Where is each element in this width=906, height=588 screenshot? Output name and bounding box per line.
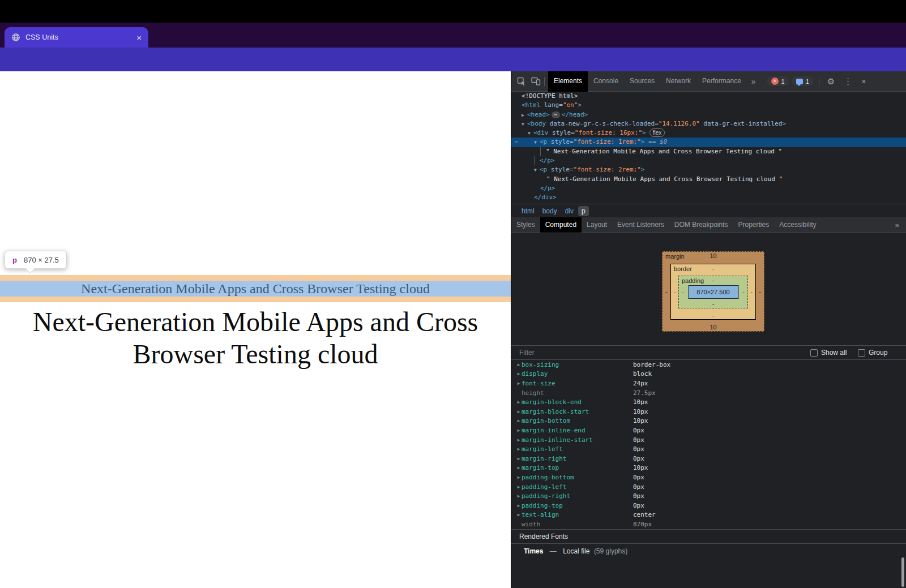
padding-top-value: - <box>679 277 747 284</box>
prop-expand-icon[interactable]: ▶ <box>516 484 522 490</box>
devtools-tab-performance[interactable]: Performance <box>696 71 747 92</box>
dom-node[interactable]: " Next-Generation Mobile Apps and Cross … <box>511 147 906 156</box>
panel-more-tabs-icon[interactable]: » <box>888 217 906 233</box>
dom-token: <div <box>533 129 549 136</box>
computed-property-row[interactable]: ▶padding-top0px <box>511 501 906 510</box>
computed-property-row[interactable]: ▶margin-bottom10px <box>511 417 906 426</box>
box-model-border[interactable]: border - - - - padding - - - - 870×27.50… <box>670 264 756 320</box>
computed-property-row[interactable]: ▶displayblock <box>511 370 906 379</box>
highlighted-paragraph[interactable]: Next-Generation Mobile Apps and Cross Br… <box>0 281 511 297</box>
device-toolbar-icon[interactable] <box>531 77 541 85</box>
prop-expand-icon[interactable]: ▶ <box>516 400 522 405</box>
computed-property-row[interactable]: ▶margin-inline-end0px <box>511 426 906 435</box>
dom-token: </p> <box>540 184 555 192</box>
inspect-element-icon[interactable] <box>517 77 526 86</box>
computed-property-row[interactable]: width870px <box>511 520 906 529</box>
property-value: 10px <box>633 408 648 415</box>
collapsed-ellipsis-button[interactable]: ⋯ <box>552 111 560 118</box>
property-value: 0px <box>633 445 644 453</box>
breadcrumb-body[interactable]: body <box>539 206 561 216</box>
dom-node[interactable]: <html lang="en"> <box>511 101 906 110</box>
border-left-value: - <box>674 289 676 295</box>
panel-tab-styles[interactable]: Styles <box>511 217 540 233</box>
devtools-close-icon[interactable]: × <box>861 77 866 86</box>
computed-property-row[interactable]: ▶margin-block-start10px <box>511 407 906 417</box>
dom-node[interactable]: <!DOCTYPE html> <box>511 92 906 101</box>
dom-node[interactable]: ▼<div style="font-size: 16px;">flex <box>511 128 906 138</box>
prop-expand-icon[interactable]: ▶ <box>516 447 522 452</box>
prop-expand-icon[interactable]: ▶ <box>516 475 522 480</box>
prop-expand-icon[interactable]: ▶ <box>516 493 522 499</box>
show-all-checkbox[interactable] <box>810 349 818 357</box>
breadcrumb-html[interactable]: html <box>518 206 538 216</box>
flex-badge[interactable]: flex <box>649 128 665 137</box>
devtools-tab-elements[interactable]: Elements <box>548 71 588 92</box>
filter-input[interactable]: Filter <box>519 346 535 359</box>
panel-tab-accessibility[interactable]: Accessibility <box>774 217 821 233</box>
prop-expand-icon[interactable]: ▶ <box>516 456 522 461</box>
breadcrumb-div[interactable]: div <box>562 206 577 216</box>
tree-twister-icon[interactable]: ▼ <box>528 129 533 138</box>
dom-node[interactable]: ▼<p style="font-size: 2rem;"> <box>511 165 906 174</box>
box-model-padding[interactable]: padding - - - - 870×27.500 <box>678 276 748 308</box>
prop-expand-icon[interactable]: ▶ <box>516 465 522 470</box>
devtools-scrollbar[interactable] <box>901 557 904 587</box>
devtools-tab-sources[interactable]: Sources <box>624 71 660 92</box>
issues-badge[interactable]: 1 <box>792 76 813 86</box>
dom-node-selected[interactable]: ⋯▼<p style="font-size: 1rem;"> == $0 <box>511 138 906 147</box>
computed-property-row[interactable]: ▶font-size24px <box>511 379 906 388</box>
prop-expand-icon[interactable]: ▶ <box>516 512 522 517</box>
more-tabs-icon[interactable]: » <box>747 77 760 86</box>
box-model-content[interactable]: 870×27.500 <box>688 285 738 299</box>
group-checkbox[interactable] <box>858 349 865 357</box>
prop-expand-icon[interactable]: ▶ <box>516 381 522 386</box>
group-label: Group <box>869 349 887 357</box>
prop-expand-icon[interactable]: ▶ <box>516 418 522 423</box>
prop-expand-icon[interactable]: ▶ <box>516 409 522 414</box>
computed-properties-list: ▶box-sizingborder-box▶displayblock▶font-… <box>511 360 906 529</box>
devtools-tab-network[interactable]: Network <box>660 71 696 92</box>
computed-property-row[interactable]: ▶margin-top10px <box>511 463 906 473</box>
box-model-margin[interactable]: margin 10 10 - - border - - - - padding … <box>662 251 764 332</box>
devtools-tab-console[interactable]: Console <box>588 71 624 92</box>
computed-property-row[interactable]: ▶margin-right0px <box>511 454 906 463</box>
computed-property-row[interactable]: ▶padding-bottom0px <box>511 473 906 482</box>
browser-tab[interactable]: CSS Units × <box>5 27 148 48</box>
panel-tab-computed[interactable]: Computed <box>540 217 582 233</box>
dom-node[interactable]: </p> <box>511 156 906 165</box>
dom-node[interactable]: " Next-Generation Mobile Apps and Cross … <box>511 175 906 184</box>
computed-property-row[interactable]: ▶padding-left0px <box>511 482 906 492</box>
dom-node[interactable]: </div> <box>511 193 906 202</box>
tab-close-icon[interactable]: × <box>136 33 142 42</box>
tree-twister-icon[interactable]: ▼ <box>534 166 540 175</box>
computed-property-row[interactable]: ▶text-aligncenter <box>511 510 906 520</box>
panel-tab-event-listeners[interactable]: Event Listeners <box>612 217 669 233</box>
show-all-label: Show all <box>821 349 847 357</box>
computed-property-row[interactable]: ▶box-sizingborder-box <box>511 360 906 370</box>
computed-property-row[interactable]: ▶padding-right0px <box>511 491 906 501</box>
computed-property-row[interactable]: ▶margin-left0px <box>511 444 906 454</box>
computed-property-row[interactable]: ▶margin-block-end10px <box>511 397 906 407</box>
prop-expand-icon[interactable]: ▶ <box>516 371 522 376</box>
prop-expand-icon[interactable]: ▶ <box>516 437 522 443</box>
error-badge[interactable]: × 1 <box>767 76 789 86</box>
prop-expand-icon[interactable]: ▶ <box>516 362 522 367</box>
computed-property-row[interactable]: ▶margin-inline-start0px <box>511 435 906 445</box>
dom-node[interactable]: ▼<body data-new-gr-c-s-check-loaded="14.… <box>511 119 906 128</box>
panel-tab-properties[interactable]: Properties <box>733 217 775 233</box>
large-paragraph[interactable]: Next-Generation Mobile Apps and Cross Br… <box>15 306 496 370</box>
breadcrumb-p[interactable]: p <box>578 206 589 216</box>
devtools-menu-icon[interactable]: ⋮ <box>844 76 852 87</box>
tree-twister-icon[interactable]: ▼ <box>522 120 527 129</box>
panel-tab-layout[interactable]: Layout <box>582 217 612 233</box>
tree-twister-icon[interactable]: ▶ <box>522 111 527 120</box>
tree-twister-icon[interactable]: ▼ <box>534 138 540 147</box>
prop-expand-icon[interactable]: ▶ <box>516 428 522 433</box>
panel-tab-dom-breakpoints[interactable]: DOM Breakpoints <box>669 217 733 233</box>
computed-property-row[interactable]: height27.5px <box>511 388 906 398</box>
dom-node[interactable]: </p> <box>511 184 906 193</box>
prop-expand-icon[interactable]: ▶ <box>516 503 522 508</box>
dom-node[interactable]: ▶<head>⋯</head> <box>511 110 906 119</box>
dom-token: " Next-Generation Mobile Apps and Cross … <box>546 148 782 155</box>
devtools-settings-icon[interactable]: ⚙ <box>827 76 835 87</box>
